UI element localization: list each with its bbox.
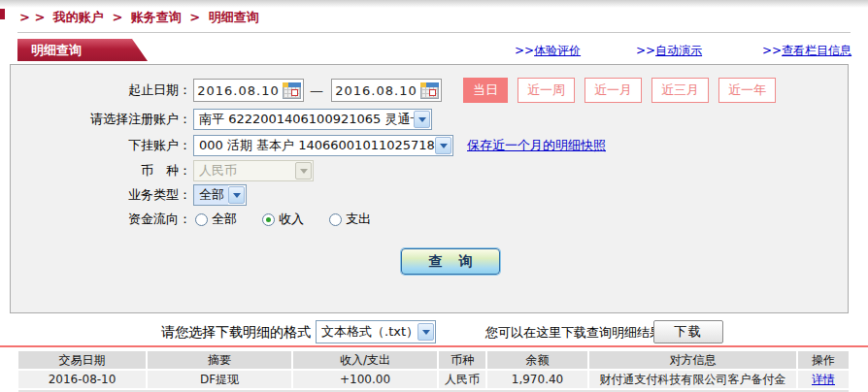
breadcrumb-separator: > [189,10,200,24]
breadcrumb-marker [0,9,5,19]
currency-select: 人民币 [193,160,314,181]
registered-account-value: 南平 6222001406100921065 灵通卡 [194,111,414,128]
chevron-down-icon[interactable] [228,186,245,204]
download-format-select[interactable]: 文本格式（.txt） [316,320,436,343]
save-snapshot-link[interactable]: 保存近一个月的明细快照 [467,137,606,154]
detail-query-page: > > 我的账户 > 账务查询 > 明细查询 明细查询 >>体验评价 >>自动演… [0,0,868,392]
link-auto-demo[interactable]: >>自动演示 [636,43,702,59]
date-from-value: 2016.08.10 [194,83,283,98]
radio-all[interactable]: 全部 [195,211,237,228]
header-summary: 摘要 [148,351,291,369]
link-label: 查看栏目信息 [782,44,851,57]
date-to-input[interactable]: 2016.08.10 [331,79,442,102]
radio-income[interactable]: 收入 [262,211,304,228]
radio-icon[interactable] [329,213,342,226]
range-button-today[interactable]: 当日 [463,78,508,103]
breadcrumb-item-detail-query[interactable]: 明细查询 [209,10,259,24]
chevron-down-icon[interactable] [414,111,430,128]
breadcrumb-prefix: > > [19,10,45,24]
radio-all-label: 全部 [212,211,237,228]
query-form-panel: 起止日期： 2016.08.10 — 2016.08.10 当日 近一周 近一月… [10,64,849,313]
sub-account-value: 000 活期 基本户 1406600101102571848 [194,137,435,154]
header-counterparty: 对方信息 [589,351,796,369]
range-button-last-week[interactable]: 近一周 [517,78,575,103]
link-prefix: >> [515,44,534,57]
radio-expense-label: 支出 [346,211,371,228]
header-currency: 币种 [439,351,485,369]
cell-summary: DF提现 [148,371,291,388]
breadcrumb: > > 我的账户 > 账务查询 > 明细查询 [19,9,263,26]
date-range-label: 起止日期： [11,82,191,99]
registered-account-label: 请选择注册账户： [11,111,191,128]
breadcrumb-separator: > [112,10,122,24]
download-format-value: 文本格式（.txt） [317,323,417,341]
range-button-last-3-months[interactable]: 近三月 [651,78,709,103]
link-view-column-info[interactable]: >>查看栏目信息 [762,43,851,59]
link-prefix: >> [636,44,655,57]
cell-date: 2016-08-10 [18,371,146,388]
range-button-last-month[interactable]: 近一月 [584,78,642,103]
header-balance: 余额 [487,351,587,369]
header-amount: 收入/支出 [293,351,437,369]
breadcrumb-divider [17,32,851,33]
page-title-tab: 明细查询 [17,39,148,61]
date-separator: — [310,82,323,98]
table-row: 2016-08-10 DF提现 +100.00 人民币 1,970.40 财付通… [18,371,849,388]
link-experience-rating[interactable]: >>体验评价 [515,43,581,59]
chevron-down-icon[interactable] [417,323,434,341]
breadcrumb-item-account-query[interactable]: 账务查询 [131,10,182,24]
link-prefix: >> [762,44,782,57]
query-button[interactable]: 查 询 [401,248,500,275]
radio-expense[interactable]: 支出 [329,211,371,228]
fund-flow-label: 资金流向： [11,211,191,228]
sub-account-label: 下挂账户： [11,137,191,154]
biz-type-row: 业务类型： 全部 [11,184,247,206]
sub-account-row: 下挂账户： 000 活期 基本户 1406600101102571848 保存近… [11,135,606,156]
radio-icon[interactable] [195,213,208,226]
table-top-divider [0,345,868,347]
date-to-value: 2016.08.10 [332,83,420,98]
calendar-icon[interactable] [283,82,301,99]
download-result-label: 您可以在这里下载查询明细结果 [485,324,662,342]
sub-account-select[interactable]: 000 活期 基本户 1406600101102571848 [193,135,453,156]
biz-type-label: 业务类型： [11,186,191,204]
currency-row: 币 种： 人民币 [11,160,314,181]
calendar-icon[interactable] [420,82,439,99]
cell-currency: 人民币 [439,371,485,388]
date-from-input[interactable]: 2016.08.10 [193,79,304,102]
fund-flow-row: 资金流向： 全部 收入 支出 [11,211,396,228]
chevron-down-icon [295,162,312,180]
currency-value: 人民币 [194,162,295,180]
header-date: 交易日期 [18,351,146,369]
biz-type-select[interactable]: 全部 [193,184,247,206]
detail-link[interactable]: 详情 [812,373,835,386]
link-label: 自动演示 [655,44,702,57]
currency-label: 币 种： [11,162,191,180]
header-action: 操作 [798,351,849,369]
fund-flow-radio-group: 全部 收入 支出 [195,211,396,228]
download-format-label: 请您选择下载明细的格式 [107,324,311,342]
breadcrumb-item-my-account[interactable]: 我的账户 [53,10,104,24]
registered-account-select[interactable]: 南平 6222001406100921065 灵通卡 [193,109,432,130]
date-range-row: 起止日期： 2016.08.10 — 2016.08.10 当日 近一周 近一月… [11,78,776,103]
registered-account-row: 请选择注册账户： 南平 6222001406100921065 灵通卡 [11,109,432,130]
top-gradient-strip [0,0,868,8]
chevron-down-icon[interactable] [435,137,451,154]
cell-amount: +100.00 [293,371,437,388]
download-button[interactable]: 下载 [653,320,723,343]
cell-action: 详情 [798,371,849,388]
range-button-last-year[interactable]: 近一年 [718,78,776,103]
results-table: 交易日期 摘要 收入/支出 币种 余额 对方信息 操作 2016-08-10 D… [18,351,849,390]
link-label: 体验评价 [534,44,581,57]
cell-balance: 1,970.40 [487,371,587,388]
cell-counterparty: 财付通支付科技有限公司客户备付金 [589,371,796,388]
radio-checked-icon[interactable] [262,213,275,226]
table-header-row: 交易日期 摘要 收入/支出 币种 余额 对方信息 操作 [18,351,849,369]
biz-type-value: 全部 [194,185,228,205]
radio-income-label: 收入 [279,211,304,228]
